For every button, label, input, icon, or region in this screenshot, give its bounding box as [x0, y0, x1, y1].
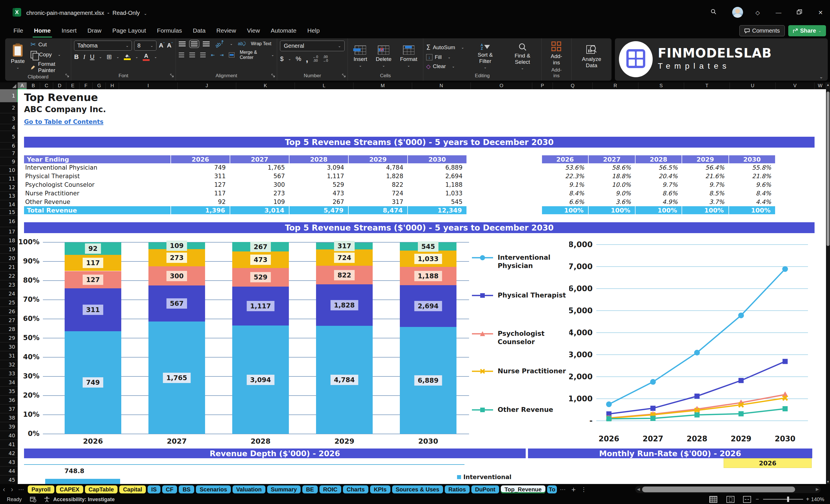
row-header-9[interactable]: 9	[0, 157, 18, 166]
minimize-button[interactable]: —	[774, 8, 784, 17]
column-header-J[interactable]: J	[178, 83, 236, 89]
vertical-scroll-thumb[interactable]	[827, 92, 829, 246]
column-header-I[interactable]: I	[119, 83, 178, 89]
row-header-41[interactable]: 41	[0, 440, 18, 449]
comments-button[interactable]: Comments	[739, 25, 785, 36]
row-header-13[interactable]: 13	[0, 192, 18, 200]
row-header-37[interactable]: 37	[0, 405, 18, 413]
sheet-tab-capital[interactable]: Capital	[119, 485, 146, 494]
sheet-tab-ratios[interactable]: Ratios	[445, 485, 470, 494]
column-header-G[interactable]: G	[93, 83, 106, 89]
increase-font-icon[interactable]: Aˆ	[159, 42, 164, 49]
align-center-icon[interactable]	[189, 53, 195, 58]
sheet-tab-sources-uses[interactable]: Sources & Uses	[392, 485, 443, 494]
accessibility-icon[interactable]	[43, 496, 50, 504]
scroll-right-icon[interactable]: ▶	[816, 487, 819, 492]
font-family-select[interactable]: Tahoma⌄	[74, 41, 132, 51]
page-layout-view-icon[interactable]	[727, 496, 734, 503]
addins-button[interactable]: Add-ins	[545, 41, 569, 66]
toc-link[interactable]: Go to Table of Contents	[24, 119, 103, 125]
increase-indent-icon[interactable]: ⇥	[220, 52, 224, 58]
collapse-ribbon-icon[interactable]: ⌄	[820, 74, 823, 80]
ribbon-tab-formulas[interactable]: Formulas	[152, 24, 188, 38]
sheet-tabs-more-icon[interactable]: ⋯	[558, 486, 569, 493]
avatar[interactable]	[732, 7, 743, 18]
zoom-in-icon[interactable]: +	[806, 496, 809, 503]
column-header-C[interactable]: C	[40, 83, 53, 89]
horizontal-scrollbar[interactable]: ◀ ▶	[635, 486, 821, 493]
row-header-10[interactable]: 10	[0, 166, 18, 175]
runrate-year-cell[interactable]: 2026	[724, 458, 812, 468]
autosum-button[interactable]: ΣAutoSum ⌄	[426, 43, 464, 52]
row-header-33[interactable]: 33	[0, 369, 18, 378]
diamond-icon[interactable]: ◇	[753, 8, 763, 17]
sheet-nav-prev-icon[interactable]: ‹	[0, 485, 8, 494]
sheet-tab-valuation[interactable]: Valuation	[232, 485, 265, 494]
ribbon-tab-draw[interactable]: Draw	[82, 24, 107, 38]
row-header-35[interactable]: 35	[0, 387, 18, 396]
horizontal-scroll-thumb[interactable]	[642, 486, 795, 492]
page-break-view-icon[interactable]	[743, 496, 751, 503]
column-header-B[interactable]: B	[27, 83, 40, 89]
fill-button[interactable]: ↓Fill ⌄	[426, 54, 464, 60]
zoom-out-icon[interactable]: −	[756, 496, 759, 503]
sheet-options-icon[interactable]: ⋮	[579, 486, 589, 493]
sheet-tab-capex[interactable]: CAPEX	[56, 485, 83, 494]
zoom-slider[interactable]	[763, 499, 803, 500]
ribbon-tab-home[interactable]: Home	[29, 24, 56, 38]
currency-format-button[interactable]: $	[280, 55, 283, 63]
increase-decimal-button[interactable]: ←0.00	[313, 55, 318, 62]
italic-button[interactable]: I	[83, 53, 85, 61]
align-left-icon[interactable]	[179, 53, 185, 58]
alignment-dialog-launcher-icon[interactable]	[272, 73, 275, 78]
column-header-U[interactable]: U	[730, 83, 776, 89]
insert-cells-button[interactable]: Insert⌄	[351, 45, 370, 68]
sheet-nav-overflow-icon[interactable]: ⋯	[16, 486, 27, 493]
borders-icon[interactable]: ⊞	[106, 53, 111, 61]
sheet-tab-summary[interactable]: Summary	[267, 485, 300, 494]
sheet-tab-kpis[interactable]: KPIs	[370, 485, 390, 494]
zoom-level[interactable]: 140%	[811, 497, 824, 503]
column-header-S[interactable]: S	[638, 83, 684, 89]
merge-center-button[interactable]: Merge & Center	[240, 50, 266, 60]
analyze-data-button[interactable]: Analyze Data	[575, 44, 609, 69]
sheet-nav-next-icon[interactable]: ›	[8, 485, 16, 494]
row-header-25[interactable]: 25	[0, 298, 18, 307]
font-color-button[interactable]: A	[143, 53, 150, 61]
sheet-tab-is[interactable]: IS	[148, 485, 160, 494]
paste-button[interactable]: Paste⌄	[8, 44, 28, 70]
row-header-29[interactable]: 29	[0, 334, 18, 342]
sheet-tab-charts[interactable]: Charts	[343, 485, 369, 494]
column-header-F[interactable]: F	[79, 83, 93, 89]
row-header-21[interactable]: 21	[0, 262, 18, 272]
scroll-left-icon[interactable]: ◀	[637, 487, 640, 492]
sort-filter-button[interactable]: AZ Sort & Filter⌄	[469, 43, 501, 70]
column-header-T[interactable]: T	[684, 83, 730, 89]
ribbon-tab-data[interactable]: Data	[187, 24, 211, 38]
row-header-38[interactable]: 38	[0, 413, 18, 422]
wrap-text-icon[interactable]: ab⤸	[238, 41, 246, 46]
sheet-tab-captable[interactable]: CapTable	[85, 485, 118, 494]
decrease-font-icon[interactable]: Aˇ	[167, 42, 172, 49]
sheet-tab-scenarios[interactable]: Scenarios	[196, 485, 231, 494]
share-button[interactable]: Share ⌄	[788, 25, 826, 36]
column-header-R[interactable]: R	[593, 83, 638, 89]
row-header-16[interactable]: 16	[0, 216, 18, 227]
ribbon-tab-file[interactable]: File	[8, 24, 29, 38]
sheet-tab-cf[interactable]: CF	[162, 485, 177, 494]
bold-button[interactable]: B	[74, 53, 78, 61]
row-header-26[interactable]: 26	[0, 307, 18, 316]
sheet-tab-top-revenue[interactable]: Top_Revenue	[501, 485, 545, 494]
format-cells-button[interactable]: Format⌄	[397, 45, 420, 68]
vertical-scrollbar[interactable]: ▲ ▼	[826, 83, 830, 484]
column-header-P[interactable]: P	[532, 83, 553, 89]
ribbon-tab-review[interactable]: Review	[211, 24, 242, 38]
scroll-down-icon[interactable]: ▼	[826, 480, 830, 483]
clear-button[interactable]: ◇Clear ⌄	[426, 63, 464, 70]
sheet-tab-roic[interactable]: ROIC	[319, 485, 341, 494]
row-header-14[interactable]: 14	[0, 200, 18, 209]
cut-button[interactable]: ✂Cut	[31, 41, 68, 48]
row-header-12[interactable]: 12	[0, 183, 18, 192]
wrap-text-button[interactable]: Wrap Text	[251, 41, 271, 46]
copy-button[interactable]: Copy ⌄	[31, 51, 68, 58]
